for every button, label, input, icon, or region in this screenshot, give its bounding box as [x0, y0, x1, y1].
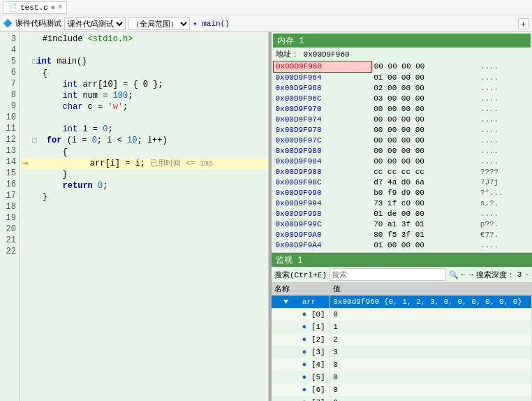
mem-addr-cell: 0x00D9F97C [274, 136, 372, 146]
element-name: [4] [311, 360, 325, 369]
mem-addr-cell: 0x00D9F9A4 [274, 240, 372, 251]
mem-bytes-cell: 00 00 00 00 [371, 146, 478, 156]
memory-row: 0x00D9F990b0 f9 d9 00?°... [274, 188, 531, 198]
function-label: ✦ main() [193, 19, 230, 28]
add-button[interactable]: + [518, 18, 529, 29]
code-line-13: { [22, 147, 268, 158]
mem-chars-cell: .... [478, 104, 531, 115]
mem-chars-cell: .... [478, 156, 531, 167]
nav-left-icon[interactable]: ← [461, 270, 466, 279]
watch-search-input[interactable] [330, 268, 446, 281]
watch-name-cell: ● [1] [272, 321, 330, 333]
watch-row[interactable]: ● [4]0 [272, 358, 532, 371]
code-content: 3 4 5 6 7 8 9 10 11 12 13 14 15 16 17 18… [0, 32, 268, 401]
module-select[interactable]: 课件代码测试 [64, 17, 126, 30]
memory-row: 0x00D9F96000 00 00 00.... [274, 61, 531, 73]
memory-row: 0x00D9F98Cd7 4a d0 6a7J7j [274, 177, 531, 188]
mem-bytes-cell: 03 00 00 00 [371, 94, 478, 104]
watch-row[interactable]: ▼ ● arr0x00d9f960 {0, 1, 2, 3, 0, 0, 0, … [272, 296, 532, 309]
code-line-22 [22, 247, 268, 258]
mem-bytes-cell: 01 00 00 00 [371, 240, 478, 251]
base-address: 0x00D9F960 [304, 50, 350, 59]
code-line-4 [22, 45, 268, 56]
code-line-18 [22, 203, 268, 214]
mem-addr-cell: 0x00D9F970 [274, 104, 372, 115]
mem-chars-cell: .... [478, 115, 531, 125]
fold-icon-12[interactable]: □ [32, 137, 36, 145]
file-tab-icon: 📄 [8, 3, 17, 12]
mem-chars-cell: .... [478, 146, 531, 156]
memory-row: 0x00D9F99C70 a1 3f 01p??. [274, 219, 531, 230]
watch-name-cell: ● [3] [272, 346, 330, 358]
nav-right-icon[interactable]: → [468, 270, 473, 279]
element-name: [5] [311, 373, 325, 381]
mem-addr-cell: 0x00D9F99C [274, 219, 372, 230]
var-name: arr [302, 298, 316, 306]
watch-value-cell: 3 [330, 346, 532, 358]
tab-modified-dot: ● [51, 3, 56, 12]
watch-row[interactable]: ● [1]1 [272, 321, 532, 333]
depth-label: 搜索深度： [476, 270, 515, 280]
file-tab[interactable]: 📄 test.c ● × [3, 1, 67, 14]
scope-select[interactable]: （全局范围） [128, 17, 190, 30]
memory-row: 0x00D9F98400 00 00 00.... [274, 156, 531, 167]
code-panel: 3 4 5 6 7 8 9 10 11 12 13 14 15 16 17 18… [0, 32, 269, 401]
watch-row[interactable]: ● [6]0 [272, 384, 532, 396]
memory-table: 0x00D9F96000 00 00 00....0x00D9F96401 00… [273, 61, 531, 251]
mem-bytes-cell: 00 00 00 00 [371, 115, 478, 125]
memory-row: 0x00D9F99801 de 00 00.... [274, 209, 531, 219]
watch-value-cell: 0 [330, 371, 532, 384]
watch-panel-title: 监视 1 [276, 254, 302, 266]
element-name: [1] [311, 323, 325, 331]
watch-name-cell: ● [7] [272, 396, 330, 401]
file-tab-name: test.c [20, 3, 48, 12]
watch-toolbar: 搜索(Ctrl+E) 🔍 ← → 搜索深度： 3 - [272, 267, 532, 283]
code-lines[interactable]: #include <stdio.h> □int main() { int arr… [20, 32, 268, 401]
watch-row[interactable]: ● [5]0 [272, 371, 532, 384]
code-line-3: #include <stdio.h> [22, 34, 268, 45]
mem-bytes-cell: 80 f5 3f 01 [371, 230, 478, 240]
code-line-14: ⇒ arr[i] = i; 已用时间 <= 1ms [22, 158, 268, 169]
memory-row: 0x00D9F96401 00 00 00.... [274, 73, 531, 84]
search-icon[interactable]: 🔍 [449, 270, 459, 279]
line-numbers: 3 4 5 6 7 8 9 10 11 12 13 14 15 16 17 18… [0, 32, 20, 401]
watch-value-cell: 2 [330, 333, 532, 346]
memory-panel: 内存 1 地址： 0x00D9F960 0x00D9F96000 00 00 0… [272, 32, 532, 253]
mem-addr-cell: 0x00D9F980 [274, 146, 372, 156]
mem-chars-cell: .... [478, 209, 531, 219]
mem-addr-cell: 0x00D9F984 [274, 156, 372, 167]
watch-row[interactable]: ● [2]2 [272, 333, 532, 346]
mem-bytes-cell: 00 00 00 00 [371, 156, 478, 167]
element-name: [3] [311, 348, 325, 356]
mem-bytes-cell: 70 a1 3f 01 [371, 219, 478, 230]
mem-chars-cell: ?°... [478, 188, 531, 198]
watch-panel: 监视 1 搜索(Ctrl+E) 🔍 ← → 搜索深度： 3 - 名称 值 [272, 253, 532, 401]
mem-chars-cell: 7J7j [478, 177, 531, 188]
watch-name-cell: ● [0] [272, 308, 330, 321]
mem-addr-cell: 0x00D9F98C [274, 177, 372, 188]
expand-icon[interactable]: ▼ [283, 298, 288, 306]
module-label: 课件代码测试 [15, 18, 61, 29]
memory-row: 0x00D9F97C00 00 00 00.... [274, 136, 531, 146]
mem-addr-cell: 0x00D9F974 [274, 115, 372, 125]
element-name: [0] [311, 310, 325, 319]
memory-address-header: 地址： 0x00D9F960 [273, 48, 531, 61]
watch-value-cell: 0 [330, 308, 532, 321]
mem-bytes-cell: 02 00 00 00 [371, 83, 478, 94]
right-panel: 内存 1 地址： 0x00D9F960 0x00D9F96000 00 00 0… [272, 32, 532, 401]
watch-row[interactable]: ● [3]3 [272, 346, 532, 358]
mem-chars-cell: .... [478, 83, 531, 94]
watch-row[interactable]: ● [7]0 [272, 396, 532, 401]
element-bullet: ● [302, 398, 307, 401]
code-line-16: return 0; [22, 180, 268, 191]
watch-row[interactable]: ● [0]0 [272, 308, 532, 321]
memory-row: 0x00D9F97000 00 00 00.... [274, 104, 531, 115]
element-bullet: ● [302, 360, 307, 369]
code-line-21 [22, 236, 268, 247]
mem-addr-cell: 0x00D9F994 [274, 198, 372, 209]
memory-title-bar: 内存 1 [273, 34, 531, 48]
tab-close-button[interactable]: × [58, 3, 62, 11]
mem-addr-cell: 0x00D9F990 [274, 188, 372, 198]
element-bullet: ● [302, 348, 307, 356]
mem-bytes-cell: 01 de 00 00 [371, 209, 478, 219]
